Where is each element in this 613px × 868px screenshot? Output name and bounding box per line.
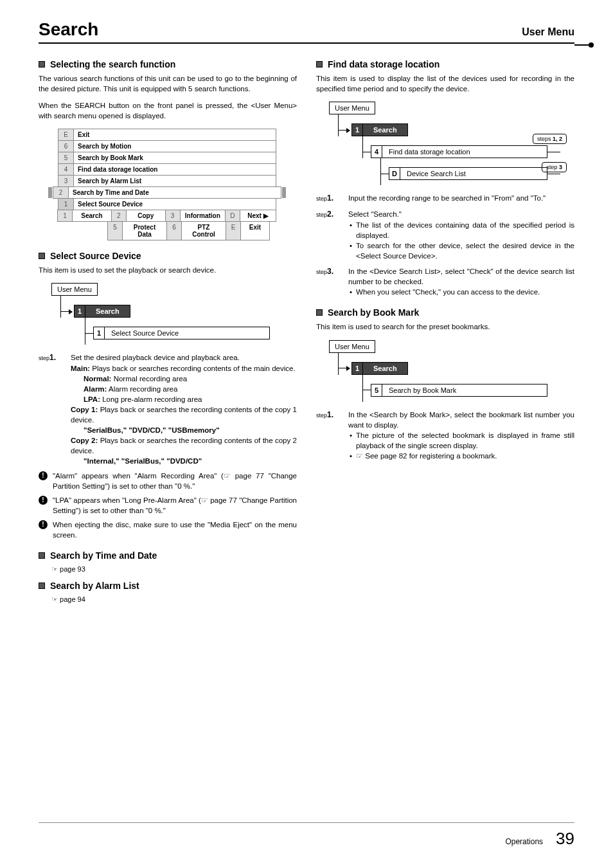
heading-search-time-date: Search by Time and Date xyxy=(39,550,297,561)
menu-row: 1Select Source Device xyxy=(58,198,276,210)
warning-icon: ! xyxy=(39,496,48,505)
intro-paragraph-1: The various search functions of this uni… xyxy=(39,73,297,94)
nav-root: User Menu xyxy=(51,283,98,296)
list-item: •When you select "Check," you can access… xyxy=(350,287,574,297)
menu-bottom-row: 1Search 2Copy 3Information DNext ▶ xyxy=(58,210,276,222)
annotation-steps-1-2: steps 1, 2 xyxy=(533,134,567,144)
bullet-icon xyxy=(39,552,45,559)
list-item: •☞ See page 82 for registering a bookmar… xyxy=(350,451,574,461)
menu-row: 6Search by Motion xyxy=(58,140,276,152)
intro-paragraph-2: When the SEARCH button on the front pane… xyxy=(39,100,297,121)
ref-page-93: ☞ page 93 xyxy=(51,565,297,574)
bookmark-intro: This item is used to search for the pres… xyxy=(316,321,574,332)
menu-row: 3Search by Alarm List xyxy=(58,175,276,187)
bullet-icon xyxy=(39,583,45,589)
page-footer: Operations 39 xyxy=(505,829,574,849)
left-column: Selecting the search function The variou… xyxy=(39,59,297,605)
heading-find-data-storage: Find data storage location xyxy=(316,59,574,69)
list-item: •The list of the devices containing data… xyxy=(350,220,574,240)
find-step-2: step2. Select "Search." xyxy=(316,209,574,220)
note-lpa: !"LPA" appears when "Long Pre-Alarm Area… xyxy=(39,495,297,516)
search-menu-diagram: EExit 6Search by Motion 5Search by Book … xyxy=(58,129,276,240)
nav-tree-find-storage: User Menu 1 Search 4 Find data xyxy=(329,102,560,185)
bullet-icon xyxy=(316,61,323,68)
footer-section: Operations xyxy=(505,837,543,846)
heading-selecting-search-function: Selecting the search function xyxy=(39,59,297,69)
menu-row: 2Search by Time and Date xyxy=(53,186,281,199)
bullet-icon xyxy=(39,253,45,259)
warning-icon: ! xyxy=(39,471,48,480)
warning-icon: ! xyxy=(39,520,48,529)
header-ornament xyxy=(574,44,594,46)
right-column: Find data storage location This item is … xyxy=(316,59,574,605)
select-source-intro: This item is used to set the playback or… xyxy=(39,265,297,275)
bullet-icon xyxy=(316,309,323,316)
heading-search-bookmark: Search by Book Mark xyxy=(316,307,574,318)
menu-bottom-row: 5Protect Data 6PTZ Control EExit xyxy=(108,221,276,240)
menu-row: 4Find data storage location xyxy=(58,163,276,176)
nav-tree-select-source: User Menu 1 Search 1 Select Sou xyxy=(51,283,270,345)
page-title: Search xyxy=(39,19,98,40)
section-title: User Menu xyxy=(522,26,574,38)
step-1: step1. Set the desired playback device a… xyxy=(39,352,297,466)
note-eject: !When ejecting the disc, make sure to us… xyxy=(39,520,297,540)
list-item: •The picture of the selected bookmark is… xyxy=(350,430,574,451)
ref-page-94: ☞ page 94 xyxy=(51,595,297,604)
bookmark-step-1: step1. In the <Search by Book Mark>, sel… xyxy=(316,410,574,430)
nav-root: User Menu xyxy=(329,340,375,353)
page-number: 39 xyxy=(556,829,574,849)
list-item: •To search for the other device, select … xyxy=(350,240,574,261)
find-step-3: step3. In the <Device Search List>, sele… xyxy=(316,266,574,287)
annotation-step-3: step 3 xyxy=(542,162,567,172)
nav-root: User Menu xyxy=(329,102,375,114)
heading-search-alarm-list: Search by Alarm List xyxy=(39,581,297,591)
note-alarm: !"Alarm" appears when "Alarm Recording A… xyxy=(39,471,297,491)
find-data-intro: This item is used to display the list of… xyxy=(316,73,574,94)
find-step-1: step1. Input the recording range to be s… xyxy=(316,193,574,204)
page-header: Search User Menu xyxy=(39,19,574,44)
heading-select-source-device: Select Source Device xyxy=(39,251,297,261)
footer-rule xyxy=(39,822,574,823)
nav-tree-bookmark: User Menu 1 Search 5 Search by xyxy=(329,340,547,402)
menu-row: EExit xyxy=(58,129,276,141)
bullet-icon xyxy=(39,61,45,68)
menu-row: 5Search by Book Mark xyxy=(58,152,276,164)
